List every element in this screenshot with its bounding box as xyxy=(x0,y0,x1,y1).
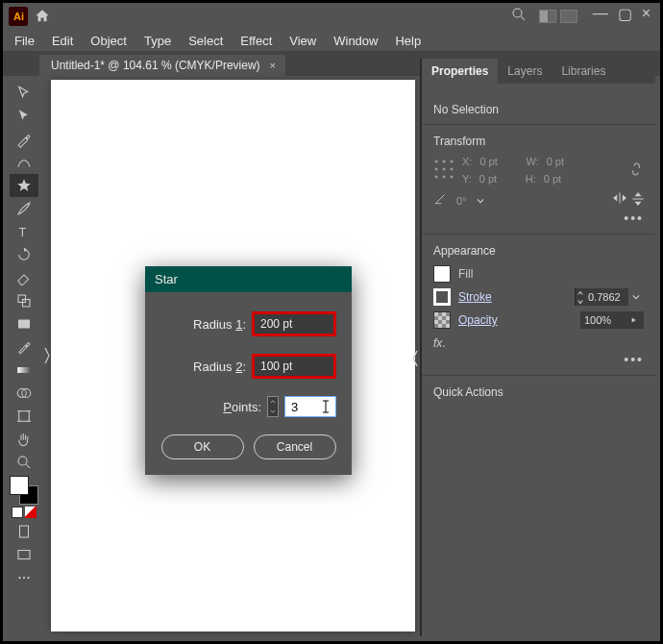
star-tool[interactable] xyxy=(10,174,38,197)
scale-tool[interactable] xyxy=(10,289,38,312)
menu-file[interactable]: File xyxy=(7,32,42,50)
tab-libraries[interactable]: Libraries xyxy=(552,59,615,84)
stroke-label[interactable]: Stroke xyxy=(458,290,492,304)
points-input[interactable]: 3 xyxy=(284,396,336,417)
fill-stroke-swatches[interactable] xyxy=(10,476,38,505)
curvature-tool[interactable] xyxy=(10,151,38,174)
radius1-label: Radius 1: xyxy=(193,317,246,332)
opacity-flyout[interactable] xyxy=(625,311,644,329)
arrange-icon xyxy=(560,10,577,23)
svg-rect-8 xyxy=(17,367,31,373)
fx-button[interactable]: fx. xyxy=(433,336,644,350)
star-dialog: Star Radius 1: 200 pt Radius 2: 100 pt P… xyxy=(145,266,352,475)
svg-rect-7 xyxy=(18,320,30,329)
menu-select[interactable]: Select xyxy=(181,32,231,50)
menu-object[interactable]: Object xyxy=(83,32,135,50)
stroke-color-swatch[interactable] xyxy=(433,288,451,306)
selection-tool[interactable] xyxy=(10,82,38,105)
tab-layers[interactable]: Layers xyxy=(498,59,552,84)
svg-point-19 xyxy=(435,160,438,162)
color-mode-toggles[interactable] xyxy=(10,507,38,520)
menu-view[interactable]: View xyxy=(282,32,324,50)
toolbar: T xyxy=(8,80,40,636)
paintbrush-tool[interactable] xyxy=(10,197,38,220)
screen-mode[interactable] xyxy=(10,543,38,566)
opacity-swatch[interactable] xyxy=(433,311,451,329)
draw-mode[interactable] xyxy=(10,520,38,543)
document-tab[interactable]: Untitled-1* @ 104.61 % (CMYK/Preview) × xyxy=(39,55,285,76)
svg-point-21 xyxy=(451,160,454,162)
shear-dropdown[interactable] xyxy=(477,197,484,205)
radius2-label: Radius 2: xyxy=(193,359,246,374)
shape-builder-tool[interactable] xyxy=(10,382,38,405)
y-value[interactable]: 0 pt xyxy=(479,173,518,185)
workspace-switcher[interactable] xyxy=(539,10,577,23)
menu-effect[interactable]: Effect xyxy=(233,32,280,50)
pen-tool[interactable] xyxy=(10,128,38,151)
fill-color-swatch[interactable] xyxy=(433,265,451,283)
cancel-button[interactable]: Cancel xyxy=(254,434,336,459)
link-dimensions-icon[interactable] xyxy=(628,161,644,180)
points-value: 3 xyxy=(291,400,298,414)
eyedropper-tool[interactable] xyxy=(10,335,38,359)
svg-point-26 xyxy=(443,175,446,178)
window-minimize-button[interactable]: — xyxy=(593,5,608,22)
artboard-tool[interactable] xyxy=(10,405,38,428)
w-label: W: xyxy=(526,156,538,167)
menu-edit[interactable]: Edit xyxy=(44,32,81,50)
svg-point-20 xyxy=(443,160,446,162)
points-stepper[interactable] xyxy=(267,396,279,417)
radius2-input[interactable]: 100 pt xyxy=(252,354,336,379)
window-maximize-button[interactable]: ▢ xyxy=(618,5,632,23)
gradient-tool[interactable] xyxy=(10,359,38,382)
flip-horizontal-icon[interactable] xyxy=(613,192,626,209)
h-value[interactable]: 0 pt xyxy=(544,173,582,185)
svg-rect-6 xyxy=(23,300,31,308)
opacity-value[interactable]: 100% xyxy=(580,311,625,329)
menu-type[interactable]: Type xyxy=(136,32,179,50)
appearance-more-options[interactable]: ••• xyxy=(433,350,644,369)
rotate-tool[interactable] xyxy=(10,243,38,266)
w-value[interactable]: 0 pt xyxy=(547,156,585,167)
stroke-weight-dropdown[interactable] xyxy=(628,293,644,301)
transform-more-options[interactable]: ••• xyxy=(433,209,644,228)
hand-tool[interactable] xyxy=(10,428,38,451)
svg-rect-15 xyxy=(18,551,30,559)
stroke-weight-value[interactable]: 0.7862 xyxy=(584,288,628,306)
x-value[interactable]: 0 pt xyxy=(479,156,518,167)
tab-close-icon[interactable]: × xyxy=(270,60,276,71)
svg-line-3 xyxy=(521,16,525,20)
zoom-tool[interactable] xyxy=(10,451,38,474)
type-tool[interactable]: T xyxy=(10,220,38,243)
svg-rect-11 xyxy=(19,411,30,422)
flip-vertical-icon[interactable] xyxy=(632,192,644,209)
fill-swatch[interactable] xyxy=(10,476,29,495)
menu-window[interactable]: Window xyxy=(326,32,385,50)
svg-point-23 xyxy=(443,167,446,170)
edit-toolbar[interactable] xyxy=(10,566,38,589)
svg-point-17 xyxy=(23,577,25,579)
panel-collapse-right[interactable] xyxy=(412,80,420,636)
y-label: Y: xyxy=(462,173,472,185)
shear-value[interactable]: 0° xyxy=(456,195,467,207)
rotate-icon[interactable] xyxy=(433,192,447,209)
menu-help[interactable]: Help xyxy=(387,32,429,50)
x-label: X: xyxy=(462,156,472,167)
window-close-button[interactable]: × xyxy=(642,5,651,22)
h-label: H: xyxy=(526,173,536,185)
direct-selection-tool[interactable] xyxy=(10,105,38,128)
radius1-input[interactable]: 200 pt xyxy=(252,311,336,336)
svg-rect-14 xyxy=(20,526,29,537)
rectangle-tool[interactable] xyxy=(10,312,38,335)
tab-properties[interactable]: Properties xyxy=(422,59,498,84)
ok-button[interactable]: OK xyxy=(161,434,244,459)
opacity-label[interactable]: Opacity xyxy=(458,313,498,327)
reference-point-icon[interactable] xyxy=(433,159,454,183)
search-icon[interactable] xyxy=(510,6,528,27)
svg-point-16 xyxy=(18,577,20,579)
stroke-weight-stepper[interactable] xyxy=(575,288,584,306)
home-icon[interactable] xyxy=(34,8,51,25)
svg-line-13 xyxy=(26,464,30,468)
selection-status: No Selection xyxy=(433,103,644,116)
eraser-tool[interactable] xyxy=(10,266,38,289)
